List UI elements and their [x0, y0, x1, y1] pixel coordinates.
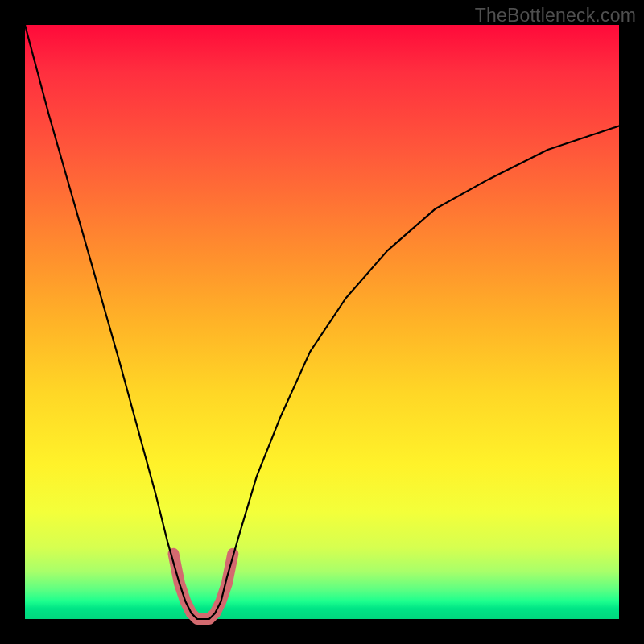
watermark-text: TheBottleneck.com	[475, 5, 636, 27]
chart-frame: TheBottleneck.com	[0, 0, 644, 644]
chart-svg	[25, 25, 619, 619]
curve-line	[25, 25, 619, 619]
